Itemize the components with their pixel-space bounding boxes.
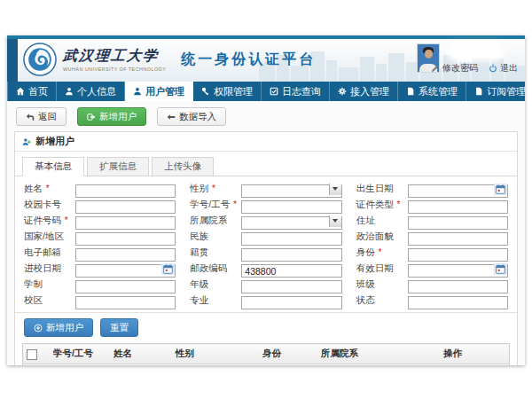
nav-item-log-query[interactable]: 日志查询 xyxy=(262,82,330,101)
nav-item-access-management[interactable]: 接入管理 xyxy=(330,82,398,101)
nav-item-system-management[interactable]: 系统管理 xyxy=(398,82,466,101)
nav-item-subscription-management[interactable]: 订阅管理 xyxy=(466,82,525,101)
add-user-button[interactable]: 新增用户 xyxy=(77,107,146,126)
education-length-input[interactable] xyxy=(75,280,176,293)
valid-date-calendar-button[interactable] xyxy=(494,263,507,275)
name-input[interactable] xyxy=(75,184,176,198)
field-political-status: 政治面貌 xyxy=(356,230,508,244)
select-all-cell xyxy=(23,344,51,364)
data-import-button[interactable]: 数据导入 xyxy=(157,107,226,126)
tab-basic-info[interactable]: 基本信息 xyxy=(22,157,84,176)
field-id-type: 证件类型 * xyxy=(356,198,508,212)
back-button[interactable]: 返回 xyxy=(16,107,66,126)
email-input[interactable] xyxy=(75,248,176,262)
reset-button[interactable]: 重置 xyxy=(100,318,138,337)
field-label-valid-date: 有效日期 xyxy=(356,262,408,275)
valid-date-input[interactable] xyxy=(408,264,508,278)
users-table: 学号/工号姓名性别身份所属院系操作 xyxy=(22,343,510,365)
field-birth-date: 出生日期 xyxy=(356,182,508,196)
id-type-input[interactable] xyxy=(408,200,508,214)
field-address: 住址 xyxy=(356,214,508,228)
entry-date-calendar-button[interactable] xyxy=(161,263,175,275)
gender-input[interactable] xyxy=(241,184,341,198)
nav-item-permission-management[interactable]: 权限管理 xyxy=(193,82,262,101)
section-title: 新增用户 xyxy=(35,135,74,148)
calendar-icon xyxy=(163,264,173,274)
nav-item-label: 首页 xyxy=(28,85,48,98)
required-mark: * xyxy=(62,215,68,225)
gear-icon xyxy=(338,87,347,96)
nav-item-label: 用户管理 xyxy=(145,85,184,98)
country-region-input[interactable] xyxy=(75,232,176,246)
tab-upload-avatar[interactable]: 上传头像 xyxy=(152,157,214,176)
department-dropdown-button[interactable] xyxy=(329,215,341,227)
add-user-button-label: 新增用户 xyxy=(99,111,137,123)
plus-circle-icon xyxy=(34,324,43,332)
student-id-input[interactable] xyxy=(241,200,341,214)
field-education-length: 学制 xyxy=(24,278,176,292)
nav-item-home[interactable]: 首页 xyxy=(7,82,57,101)
field-name: 姓名 * xyxy=(24,182,176,196)
field-label-country-region: 国家/地区 xyxy=(24,231,75,243)
calendar-icon xyxy=(496,264,505,274)
nav-item-label: 订阅管理 xyxy=(487,85,525,98)
gender-dropdown-button[interactable] xyxy=(329,184,341,195)
file-icon xyxy=(406,87,415,96)
log-icon xyxy=(270,87,278,96)
id-number-input[interactable] xyxy=(75,216,176,230)
field-label-email: 电子邮箱 xyxy=(24,246,75,259)
postal-code-input[interactable] xyxy=(241,264,341,278)
status-input[interactable] xyxy=(408,296,508,309)
field-email: 电子邮箱 xyxy=(24,246,176,260)
campus-card-no-input[interactable] xyxy=(75,200,176,214)
tab-extended-info[interactable]: 扩展信息 xyxy=(87,157,149,176)
new-user-panel: 新增用户 基本信息扩展信息上传头像 姓名 *性别 *出生日期校园卡号学号/工号 … xyxy=(14,131,518,365)
table-col-student-id: 学号/工号 xyxy=(50,344,110,364)
add-user-icon xyxy=(87,113,96,121)
logout-link[interactable]: 退出 xyxy=(489,62,518,74)
campus-input[interactable] xyxy=(75,296,176,309)
field-ethnicity: 民族 xyxy=(190,230,341,244)
nav-item-label: 权限管理 xyxy=(214,85,253,98)
field-grade: 年级 xyxy=(190,278,341,292)
user-links: 修改密码 退出 xyxy=(431,62,518,74)
field-gender: 性别 * xyxy=(190,182,341,196)
reset-button-label: 重置 xyxy=(110,322,129,334)
department-input[interactable] xyxy=(241,216,341,230)
field-label-id-type: 证件类型 * xyxy=(356,199,408,211)
native-place-input[interactable] xyxy=(241,248,341,262)
import-arrow-icon xyxy=(167,113,176,121)
change-password-link[interactable]: 修改密码 xyxy=(431,62,478,74)
key-icon xyxy=(201,87,210,96)
user-icon xyxy=(133,87,142,96)
nav-item-user-management[interactable]: 用户管理 xyxy=(125,82,193,101)
address-input[interactable] xyxy=(408,216,508,230)
grade-input[interactable] xyxy=(241,280,341,293)
nav-item-profile[interactable]: 个人信息 xyxy=(57,82,125,101)
field-label-gender: 性别 * xyxy=(190,183,241,195)
back-arrow-icon xyxy=(26,113,35,121)
data-import-button-label: 数据导入 xyxy=(179,111,216,123)
ethnicity-input[interactable] xyxy=(241,232,341,246)
section-header: 新增用户 xyxy=(15,132,517,152)
chevron-down-icon xyxy=(332,219,338,223)
birth-date-input[interactable] xyxy=(408,184,508,198)
basic-info-form: 姓名 *性别 *出生日期校园卡号学号/工号 *证件类型 *证件号码 *所属院系住… xyxy=(15,176,517,313)
field-student-id: 学号/工号 * xyxy=(190,198,341,212)
political-status-input[interactable] xyxy=(408,232,508,246)
field-identity: 身份 * xyxy=(356,246,508,260)
birth-date-calendar-button[interactable] xyxy=(494,184,507,195)
submit-add-user-button[interactable]: 新增用户 xyxy=(24,318,93,337)
field-label-education-length: 学制 xyxy=(24,278,75,291)
university-name-en: WUHAN UNIVERSITY OF TECHNOLOGY xyxy=(63,66,166,72)
field-label-student-id: 学号/工号 * xyxy=(190,199,241,211)
field-native-place: 籍贯 xyxy=(190,246,341,260)
class-input[interactable] xyxy=(408,280,508,293)
identity-input[interactable] xyxy=(408,248,508,262)
field-label-entry-date: 进校日期 xyxy=(24,262,75,275)
entry-date-input[interactable] xyxy=(75,264,176,278)
select-all-checkbox[interactable] xyxy=(27,349,37,360)
field-label-campus-card-no: 校园卡号 xyxy=(24,199,75,211)
major-input[interactable] xyxy=(241,296,341,309)
table-col-actions: 操作 xyxy=(440,344,510,364)
